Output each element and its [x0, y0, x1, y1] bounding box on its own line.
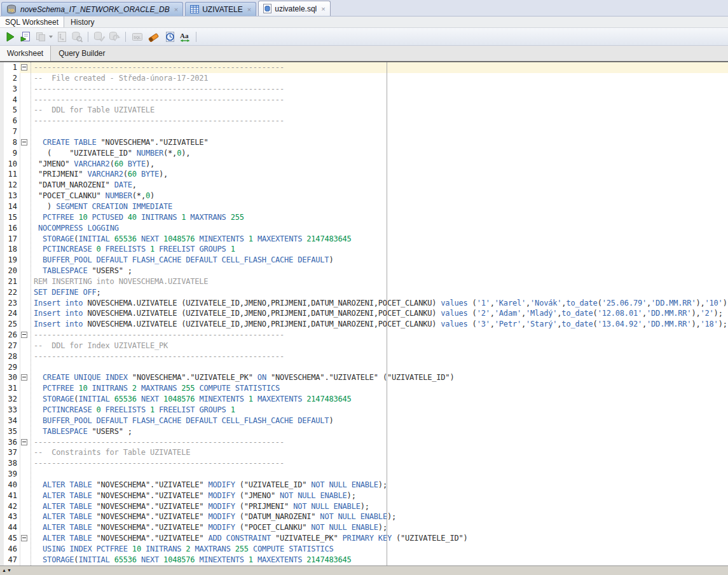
rollback-button[interactable]: [108, 30, 121, 44]
svg-text:Aa: Aa: [180, 32, 189, 39]
tab-history[interactable]: History: [64, 17, 100, 27]
tab-table-uzivatele[interactable]: UZIVATELE ×: [185, 2, 256, 16]
code-line[interactable]: 31 PCTFREE 10 INITRANS 2 MAXTRANS 255 CO…: [0, 383, 728, 394]
code-line[interactable]: 4---------------------------------------…: [0, 95, 728, 105]
line-number: 41: [0, 490, 20, 501]
code-line[interactable]: 7: [0, 126, 728, 137]
line-number: 47: [0, 555, 20, 565]
tab-uzivatele-sql[interactable]: uzivatele.sql ×: [258, 1, 330, 16]
run-script-button[interactable]: [19, 30, 32, 44]
code-line[interactable]: 1---------------------------------------…: [0, 62, 728, 73]
right-margin-guide: [387, 62, 387, 565]
line-number: 21: [0, 276, 20, 287]
tab-label: UZIVATELE: [202, 5, 243, 14]
code-line[interactable]: 11 "PRIJMENI" VARCHAR2(60 BYTE),: [0, 169, 728, 180]
explain-plan-button[interactable]: [55, 30, 68, 44]
code-line[interactable]: 19 BUFFER_POOL DEFAULT FLASH_CACHE DEFAU…: [0, 255, 728, 266]
fold-collapse-icon[interactable]: [21, 535, 27, 541]
code-editor[interactable]: 1---------------------------------------…: [0, 61, 728, 565]
fold-collapse-icon[interactable]: [21, 332, 27, 338]
code-line[interactable]: 22SET DEFINE OFF;: [0, 287, 728, 298]
tab-connection[interactable]: SQL noveSchema_IT_NETWORK_ORACLE_DB ×: [1, 2, 183, 16]
fold-collapse-icon[interactable]: [21, 139, 27, 145]
code-text: NOCOMPRESS LOGGING: [34, 223, 119, 234]
code-line[interactable]: 5-- DDL for Table UZIVATELE: [0, 105, 728, 116]
code-line[interactable]: 20 TABLESPACE "USERS" ;: [0, 266, 728, 276]
code-text: ALTER TABLE "NOVESCHEMA"."UZIVATELE" MOD…: [34, 511, 396, 522]
code-line[interactable]: 33 PCTINCREASE 0 FREELISTS 1 FREELIST GR…: [0, 405, 728, 416]
code-line[interactable]: 45 ALTER TABLE "NOVESCHEMA"."UZIVATELE" …: [0, 533, 728, 544]
code-line[interactable]: 34 BUFFER_POOL DEFAULT FLASH_CACHE DEFAU…: [0, 416, 728, 426]
line-number: 38: [0, 458, 20, 469]
code-line[interactable]: 37-- Constraints for Table UZIVATELE: [0, 447, 728, 458]
code-line[interactable]: 18 PCTINCREASE 0 FREELISTS 1 FREELIST GR…: [0, 244, 728, 255]
code-line[interactable]: 32 STORAGE(INITIAL 65536 NEXT 1048576 MI…: [0, 394, 728, 405]
code-line[interactable]: 21REM INSERTING into NOVESCHEMA.UZIVATEL…: [0, 276, 728, 287]
code-line[interactable]: 41 ALTER TABLE "NOVESCHEMA"."UZIVATELE" …: [0, 490, 728, 501]
code-line[interactable]: 29: [0, 362, 728, 373]
code-line[interactable]: 25Insert into NOVESCHEMA.UZIVATELE (UZIV…: [0, 319, 728, 330]
code-line[interactable]: 35 TABLESPACE "USERS" ;: [0, 426, 728, 437]
code-line[interactable]: 28--------------------------------------…: [0, 351, 728, 362]
code-line[interactable]: 14 ) SEGMENT CREATION IMMEDIATE: [0, 201, 728, 212]
code-line[interactable]: 47 STORAGE(INITIAL 65536 NEXT 1048576 MI…: [0, 555, 728, 565]
sql-tuning-advisor-button[interactable]: [71, 30, 83, 44]
code-line[interactable]: 8 CREATE TABLE "NOVESCHEMA"."UZIVATELE": [0, 137, 728, 148]
change-case-button[interactable]: Aa: [179, 30, 191, 44]
close-icon[interactable]: ×: [174, 6, 178, 13]
code-line[interactable]: 17 STORAGE(INITIAL 65536 NEXT 1048576 MI…: [0, 234, 728, 245]
code-line[interactable]: 13 "POCET_CLANKU" NUMBER(*,0): [0, 191, 728, 201]
code-line[interactable]: 9 ( "UZIVATELE_ID" NUMBER(*,0),: [0, 148, 728, 159]
code-line[interactable]: 42 ALTER TABLE "NOVESCHEMA"."UZIVATELE" …: [0, 501, 728, 512]
fold-collapse-icon[interactable]: [21, 439, 27, 445]
code-line-body: ALTER TABLE "NOVESCHEMA"."UZIVATELE" ADD…: [20, 533, 728, 544]
code-text: ----------------------------------------…: [34, 84, 284, 95]
code-line[interactable]: 23Insert into NOVESCHEMA.UZIVATELE (UZIV…: [0, 298, 728, 309]
autotrace-button[interactable]: [34, 30, 53, 44]
code-line[interactable]: 30 CREATE UNIQUE INDEX "NOVESCHEMA"."UZI…: [0, 372, 728, 383]
code-line[interactable]: 46 USING INDEX PCTFREE 10 INITRANS 2 MAX…: [0, 544, 728, 555]
scroll-down-icon[interactable]: ▼: [7, 568, 12, 572]
code-line[interactable]: 12 "DATUM_NAROZENI" DATE,: [0, 180, 728, 191]
code-line[interactable]: 2-- File created - Středa-února-17-2021: [0, 73, 728, 84]
code-line[interactable]: 26--------------------------------------…: [0, 330, 728, 341]
tab-query-builder[interactable]: Query Builder: [51, 46, 113, 61]
close-icon[interactable]: ×: [247, 6, 251, 13]
code-line[interactable]: 40 ALTER TABLE "NOVESCHEMA"."UZIVATELE" …: [0, 480, 728, 490]
bottom-scroll-strip[interactable]: ▲▼: [0, 565, 728, 575]
code-line[interactable]: 36--------------------------------------…: [0, 437, 728, 448]
code-text: "JMENO" VARCHAR2(60 BYTE),: [34, 159, 155, 170]
unshared-worksheet-button[interactable]: SQL: [130, 30, 144, 44]
tab-worksheet[interactable]: Worksheet: [0, 46, 51, 61]
code-line[interactable]: 10 "JMENO" VARCHAR2(60 BYTE),: [0, 159, 728, 170]
run-statement-button[interactable]: [4, 30, 17, 44]
code-line[interactable]: 38--------------------------------------…: [0, 458, 728, 469]
code-line[interactable]: 39: [0, 469, 728, 480]
fold-collapse-icon[interactable]: [21, 374, 27, 381]
code-line[interactable]: 43 ALTER TABLE "NOVESCHEMA"."UZIVATELE" …: [0, 511, 728, 522]
code-line[interactable]: 24Insert into NOVESCHEMA.UZIVATELE (UZIV…: [0, 308, 728, 319]
scroll-corner-arrows[interactable]: ▲▼: [2, 567, 12, 573]
line-number: 1: [0, 62, 20, 73]
close-icon[interactable]: ×: [321, 6, 325, 12]
code-line-body: BUFFER_POOL DEFAULT FLASH_CACHE DEFAULT …: [20, 416, 728, 426]
code-text: PCTINCREASE 0 FREELISTS 1 FREELIST GROUP…: [34, 244, 235, 255]
code-text: ALTER TABLE "NOVESCHEMA"."UZIVATELE" MOD…: [34, 522, 387, 533]
code-line[interactable]: 15 PCTFREE 10 PCTUSED 40 INITRANS 1 MAXT…: [0, 212, 728, 223]
code-line-body: ----------------------------------------…: [20, 116, 728, 126]
code-line[interactable]: 27-- DDL for Index UZIVATELE_PK: [0, 341, 728, 351]
sql-history-button[interactable]: [163, 30, 176, 44]
fold-collapse-icon[interactable]: [21, 64, 27, 71]
code-line[interactable]: 3---------------------------------------…: [0, 84, 728, 95]
clear-button[interactable]: [147, 30, 161, 44]
code-text: Insert into NOVESCHEMA.UZIVATELE (UZIVAT…: [34, 298, 728, 309]
dropdown-caret-icon[interactable]: [49, 36, 53, 38]
line-number: 2: [0, 73, 20, 84]
commit-button[interactable]: [93, 30, 106, 44]
code-line[interactable]: 6---------------------------------------…: [0, 116, 728, 126]
tab-sql-worksheet[interactable]: SQL Worksheet: [0, 17, 64, 27]
code-line-body: USING INDEX PCTFREE 10 INITRANS 2 MAXTRA…: [20, 544, 728, 555]
scroll-up-icon[interactable]: ▲: [2, 568, 7, 572]
code-line[interactable]: 16 NOCOMPRESS LOGGING: [0, 223, 728, 234]
code-line[interactable]: 44 ALTER TABLE "NOVESCHEMA"."UZIVATELE" …: [0, 522, 728, 533]
